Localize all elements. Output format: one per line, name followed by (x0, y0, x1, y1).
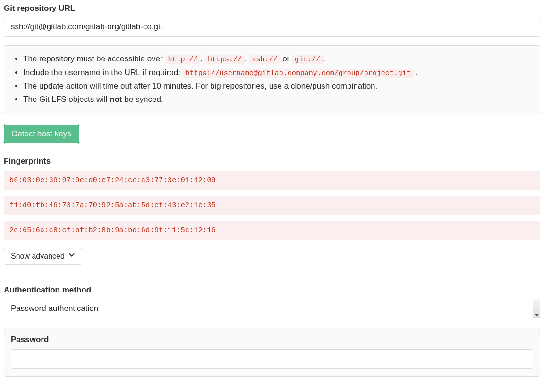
code-git: git:// (292, 55, 323, 64)
fingerprint-item: b6:03:0e:39:97:9e:d0:e7:24:ce:a3:77:3e:0… (4, 171, 540, 190)
code-username-url: https://username@gitlab.company.com/grou… (183, 69, 414, 78)
password-label: Password (11, 335, 533, 344)
fingerprint-item: 2e:65:6a:c8:cf:bf:b2:8b:9a:bd:6d:9f:11:5… (4, 221, 540, 240)
code-https: https:// (205, 55, 245, 64)
auth-method-label: Authentication method (4, 285, 540, 295)
repo-hints-box: The repository must be accessible over h… (4, 45, 540, 113)
show-advanced-button[interactable]: Show advanced (4, 248, 82, 265)
repo-url-label: Git repository URL (4, 4, 540, 13)
auth-method-select[interactable]: Password authentication (4, 299, 540, 318)
hint-timeout: The update action will time out after 10… (23, 80, 531, 93)
detect-host-keys-button[interactable]: Detect host keys (4, 125, 79, 143)
password-input[interactable] (11, 349, 533, 369)
show-advanced-label: Show advanced (11, 252, 65, 260)
repo-url-input[interactable] (4, 17, 540, 37)
chevron-down-icon (68, 252, 75, 260)
hint-lfs: The Git LFS objects will not be synced. (23, 93, 531, 106)
hint-protocols: The repository must be accessible over h… (23, 52, 531, 66)
code-ssh: ssh:// (249, 55, 280, 64)
password-box: Password (4, 328, 540, 377)
fingerprint-item: f1:d0:fb:46:73:7a:70:92:5a:ab:5d:ef:43:e… (4, 196, 540, 215)
fingerprints-title: Fingerprints (4, 157, 540, 166)
code-http: http:// (165, 55, 200, 64)
hint-username: Include the username in the URL if requi… (23, 66, 531, 80)
